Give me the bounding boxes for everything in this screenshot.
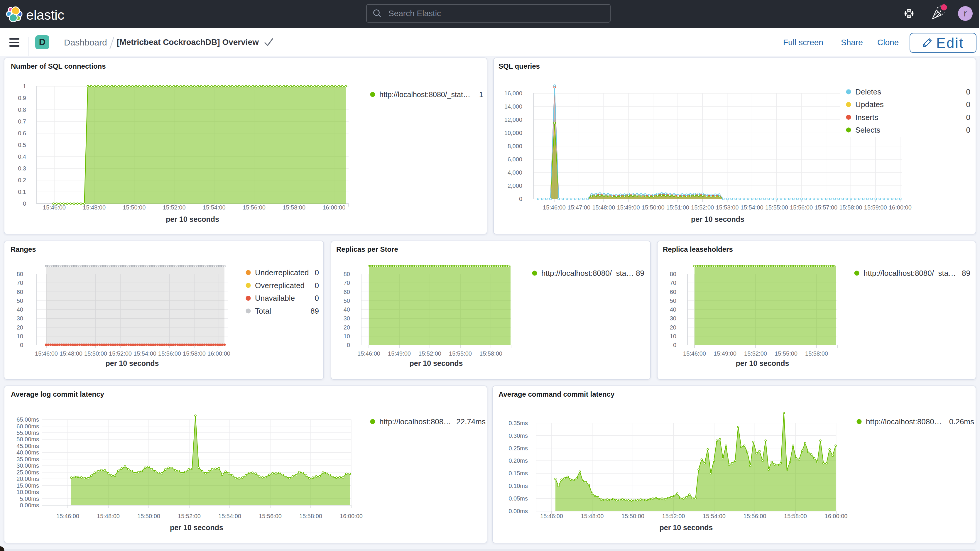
svg-text:0: 0 [966,126,970,134]
svg-text:0.30ms: 0.30ms [509,433,528,439]
svg-text:0: 0 [315,268,319,277]
svg-text:8,000: 8,000 [508,143,522,149]
svg-text:4,000: 4,000 [508,169,522,176]
svg-text:30: 30 [17,315,23,322]
svg-text:30.00ms: 30.00ms [16,462,39,469]
svg-text:1: 1 [23,83,26,89]
svg-text:60: 60 [17,289,23,295]
svg-text:15:50:00: 15:50:00 [642,204,665,211]
svg-text:15:48:00: 15:48:00 [592,204,615,211]
svg-text:70: 70 [670,280,676,286]
svg-text:10: 10 [17,333,23,339]
svg-text:0.2: 0.2 [18,177,26,183]
svg-text:15:54:00: 15:54:00 [741,204,764,211]
svg-text:20: 20 [17,324,23,331]
svg-text:http://localhost:808…: http://localhost:808… [379,417,451,426]
svg-text:15:48:00: 15:48:00 [60,350,83,357]
svg-text:16:00:00: 16:00:00 [825,513,848,519]
svg-text:15:56:00: 15:56:00 [243,204,266,211]
svg-text:15:54:00: 15:54:00 [134,350,156,357]
svg-text:15:58:00: 15:58:00 [479,350,502,357]
svg-text:15:46:00: 15:46:00 [43,204,66,211]
svg-text:Total: Total [255,307,271,315]
svg-text:15:51:00: 15:51:00 [667,204,689,211]
svg-text:15:54:00: 15:54:00 [218,513,241,519]
svg-text:15:57:00: 15:57:00 [815,204,837,211]
svg-text:1: 1 [479,90,483,99]
svg-text:http://localhost:8080/_sta…: http://localhost:8080/_sta… [541,269,634,277]
svg-text:15:50:00: 15:50:00 [137,513,160,519]
svg-text:5.00ms: 5.00ms [20,495,39,502]
svg-text:0: 0 [966,88,970,96]
svg-text:20: 20 [344,324,350,331]
svg-text:15:46:00: 15:46:00 [543,204,566,211]
svg-text:Deletes: Deletes [855,88,881,96]
svg-text:15:52:00: 15:52:00 [163,204,186,211]
svg-text:15:52:00: 15:52:00 [662,513,685,519]
svg-text:20: 20 [670,324,676,331]
svg-text:6,000: 6,000 [508,156,522,162]
svg-text:0: 0 [20,342,23,348]
svg-text:15:50:00: 15:50:00 [123,204,146,211]
svg-text:0.10ms: 0.10ms [509,483,528,489]
svg-text:15:46:00: 15:46:00 [683,350,706,357]
svg-text:15:46:00: 15:46:00 [35,350,58,357]
svg-text:15:48:00: 15:48:00 [83,204,106,211]
svg-text:12,000: 12,000 [504,116,522,123]
svg-text:Unavailable: Unavailable [255,294,295,303]
svg-text:0: 0 [966,100,970,109]
svg-text:15:47:00: 15:47:00 [568,204,590,211]
svg-text:0.05ms: 0.05ms [509,495,528,502]
svg-text:15:54:00: 15:54:00 [203,204,226,211]
svg-text:Inserts: Inserts [855,113,878,122]
svg-text:35.00ms: 35.00ms [16,456,39,462]
svg-text:89: 89 [636,269,644,277]
svg-text:0: 0 [315,294,319,303]
svg-text:80: 80 [344,271,350,277]
svg-text:0.1: 0.1 [18,189,26,195]
svg-text:0.6: 0.6 [18,130,26,137]
svg-text:10: 10 [344,333,350,339]
svg-text:60.00ms: 60.00ms [16,423,39,430]
svg-text:16:00:00: 16:00:00 [340,513,363,519]
svg-text:10: 10 [670,333,676,339]
svg-text:15:52:00: 15:52:00 [691,204,714,211]
svg-text:15:46:00: 15:46:00 [540,513,563,519]
svg-text:30: 30 [344,315,350,322]
svg-text:16:00:00: 16:00:00 [207,350,230,357]
svg-text:15:58:00: 15:58:00 [805,350,828,357]
svg-text:70: 70 [344,280,350,286]
svg-text:15:52:00: 15:52:00 [178,513,201,519]
svg-text:16,000: 16,000 [504,90,522,97]
svg-text:40: 40 [344,306,350,313]
svg-text:per 10 seconds: per 10 seconds [691,215,745,223]
svg-text:0.20ms: 0.20ms [509,457,528,464]
svg-text:0.25ms: 0.25ms [509,445,528,452]
svg-text:0: 0 [23,201,26,207]
svg-text:40.00ms: 40.00ms [16,449,39,455]
svg-text:http://localhost:8080/_stat…: http://localhost:8080/_stat… [379,90,470,99]
svg-text:0.5: 0.5 [18,142,26,148]
svg-text:45.00ms: 45.00ms [16,443,39,449]
svg-text:89: 89 [310,307,319,315]
svg-text:14,000: 14,000 [504,103,522,110]
svg-text:0.00ms: 0.00ms [20,502,39,508]
svg-text:0.3: 0.3 [18,165,26,172]
svg-text:60: 60 [344,289,350,295]
svg-text:0.7: 0.7 [18,118,26,125]
svg-text:0: 0 [673,342,676,348]
svg-text:15:49:00: 15:49:00 [617,204,640,211]
svg-text:0.4: 0.4 [18,153,26,160]
svg-text:80: 80 [17,271,23,277]
svg-text:15:58:00: 15:58:00 [784,513,807,519]
svg-text:16:00:00: 16:00:00 [323,204,345,211]
svg-text:15:46:00: 15:46:00 [56,513,79,519]
svg-text:0.00ms: 0.00ms [509,508,528,514]
svg-text:per 10 seconds: per 10 seconds [736,359,789,367]
svg-text:15:58:00: 15:58:00 [183,350,206,357]
svg-text:per 10 seconds: per 10 seconds [105,359,159,367]
svg-text:60: 60 [670,289,676,295]
svg-text:22.74ms: 22.74ms [456,417,485,426]
svg-text:15:58:00: 15:58:00 [283,204,305,211]
svg-text:0.15ms: 0.15ms [509,470,528,476]
